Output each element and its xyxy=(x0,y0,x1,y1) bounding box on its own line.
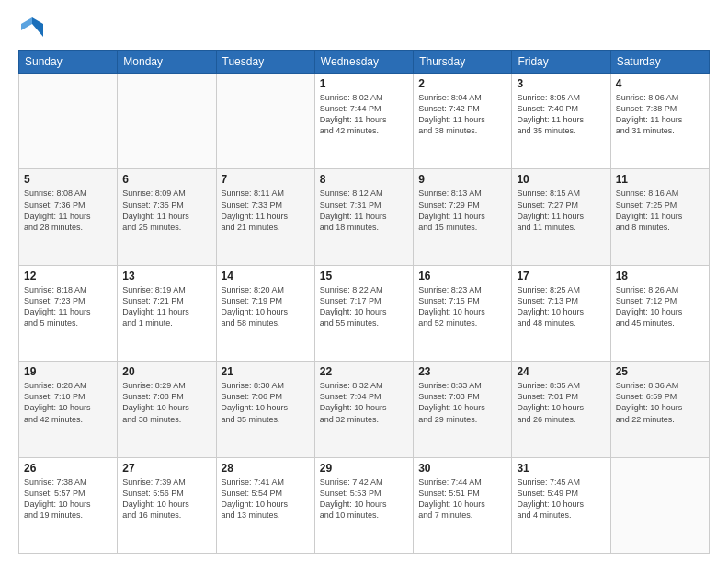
day-info: Sunrise: 8:33 AM Sunset: 7:03 PM Dayligh… xyxy=(418,380,506,425)
day-number: 3 xyxy=(517,77,605,90)
day-info: Sunrise: 8:09 AM Sunset: 7:35 PM Dayligh… xyxy=(122,188,210,233)
calendar-cell: 12Sunrise: 8:18 AM Sunset: 7:23 PM Dayli… xyxy=(19,265,118,361)
calendar-cell: 27Sunrise: 7:39 AM Sunset: 5:56 PM Dayli… xyxy=(118,457,216,553)
col-wednesday: Wednesday xyxy=(314,51,413,74)
day-number: 9 xyxy=(418,173,506,186)
header xyxy=(18,15,710,42)
calendar-cell: 5Sunrise: 8:08 AM Sunset: 7:36 PM Daylig… xyxy=(19,169,118,265)
day-number: 22 xyxy=(320,365,408,378)
day-info: Sunrise: 7:41 AM Sunset: 5:54 PM Dayligh… xyxy=(222,477,310,522)
calendar-cell: 15Sunrise: 8:22 AM Sunset: 7:17 PM Dayli… xyxy=(314,265,413,361)
calendar-cell: 25Sunrise: 8:36 AM Sunset: 6:59 PM Dayli… xyxy=(610,362,709,457)
calendar-week-2: 12Sunrise: 8:18 AM Sunset: 7:23 PM Dayli… xyxy=(19,265,710,361)
day-number: 23 xyxy=(418,365,506,378)
day-number: 25 xyxy=(616,365,704,378)
day-number: 4 xyxy=(616,77,704,90)
day-info: Sunrise: 8:20 AM Sunset: 7:19 PM Dayligh… xyxy=(222,284,310,329)
calendar: Sunday Monday Tuesday Wednesday Thursday… xyxy=(18,50,710,554)
day-info: Sunrise: 8:19 AM Sunset: 7:21 PM Dayligh… xyxy=(122,284,210,329)
calendar-cell: 19Sunrise: 8:28 AM Sunset: 7:10 PM Dayli… xyxy=(19,362,118,457)
calendar-cell: 26Sunrise: 7:38 AM Sunset: 5:57 PM Dayli… xyxy=(19,457,118,553)
col-friday: Friday xyxy=(512,51,610,74)
col-sunday: Sunday xyxy=(19,51,118,74)
day-info: Sunrise: 7:45 AM Sunset: 5:49 PM Dayligh… xyxy=(517,477,605,522)
day-info: Sunrise: 8:05 AM Sunset: 7:40 PM Dayligh… xyxy=(517,92,605,137)
page: Sunday Monday Tuesday Wednesday Thursday… xyxy=(0,0,728,563)
calendar-cell xyxy=(216,74,314,169)
calendar-cell: 31Sunrise: 7:45 AM Sunset: 5:49 PM Dayli… xyxy=(512,457,610,553)
svg-marker-1 xyxy=(21,17,32,30)
day-number: 2 xyxy=(418,77,506,90)
day-info: Sunrise: 7:39 AM Sunset: 5:56 PM Dayligh… xyxy=(122,477,210,522)
logo-icon xyxy=(18,15,46,42)
day-number: 15 xyxy=(320,270,408,282)
day-info: Sunrise: 8:12 AM Sunset: 7:31 PM Dayligh… xyxy=(320,188,408,233)
calendar-cell xyxy=(19,74,118,169)
day-info: Sunrise: 8:06 AM Sunset: 7:38 PM Dayligh… xyxy=(616,92,704,137)
day-info: Sunrise: 8:02 AM Sunset: 7:44 PM Dayligh… xyxy=(320,92,408,137)
day-number: 21 xyxy=(222,365,310,378)
day-number: 18 xyxy=(616,270,704,282)
col-saturday: Saturday xyxy=(610,51,709,74)
calendar-cell: 13Sunrise: 8:19 AM Sunset: 7:21 PM Dayli… xyxy=(118,265,216,361)
calendar-cell: 30Sunrise: 7:44 AM Sunset: 5:51 PM Dayli… xyxy=(414,457,512,553)
calendar-cell: 8Sunrise: 8:12 AM Sunset: 7:31 PM Daylig… xyxy=(314,169,413,265)
day-number: 20 xyxy=(122,365,210,378)
day-number: 26 xyxy=(24,462,112,475)
day-number: 24 xyxy=(517,365,605,378)
day-number: 16 xyxy=(418,270,506,282)
day-info: Sunrise: 8:04 AM Sunset: 7:42 PM Dayligh… xyxy=(418,92,506,137)
calendar-cell: 3Sunrise: 8:05 AM Sunset: 7:40 PM Daylig… xyxy=(512,74,610,169)
calendar-cell: 29Sunrise: 7:42 AM Sunset: 5:53 PM Dayli… xyxy=(314,457,413,553)
day-info: Sunrise: 8:18 AM Sunset: 7:23 PM Dayligh… xyxy=(24,284,112,329)
day-info: Sunrise: 8:26 AM Sunset: 7:12 PM Dayligh… xyxy=(616,284,704,329)
day-number: 8 xyxy=(320,173,408,186)
logo xyxy=(18,15,50,42)
day-info: Sunrise: 8:32 AM Sunset: 7:04 PM Dayligh… xyxy=(320,380,408,425)
col-monday: Monday xyxy=(118,51,216,74)
calendar-cell: 16Sunrise: 8:23 AM Sunset: 7:15 PM Dayli… xyxy=(414,265,512,361)
svg-marker-0 xyxy=(32,17,43,37)
calendar-cell: 2Sunrise: 8:04 AM Sunset: 7:42 PM Daylig… xyxy=(414,74,512,169)
day-info: Sunrise: 8:23 AM Sunset: 7:15 PM Dayligh… xyxy=(418,284,506,329)
day-number: 29 xyxy=(320,462,408,475)
day-info: Sunrise: 8:29 AM Sunset: 7:08 PM Dayligh… xyxy=(122,380,210,425)
calendar-cell xyxy=(118,74,216,169)
day-number: 12 xyxy=(24,270,112,282)
day-info: Sunrise: 7:42 AM Sunset: 5:53 PM Dayligh… xyxy=(320,477,408,522)
header-row: Sunday Monday Tuesday Wednesday Thursday… xyxy=(19,51,710,74)
day-info: Sunrise: 8:11 AM Sunset: 7:33 PM Dayligh… xyxy=(222,188,310,233)
day-info: Sunrise: 8:15 AM Sunset: 7:27 PM Dayligh… xyxy=(517,188,605,233)
day-info: Sunrise: 8:28 AM Sunset: 7:10 PM Dayligh… xyxy=(24,380,112,425)
day-number: 6 xyxy=(122,173,210,186)
day-info: Sunrise: 8:25 AM Sunset: 7:13 PM Dayligh… xyxy=(517,284,605,329)
day-number: 7 xyxy=(222,173,310,186)
day-info: Sunrise: 7:44 AM Sunset: 5:51 PM Dayligh… xyxy=(418,477,506,522)
day-number: 31 xyxy=(517,462,605,475)
calendar-week-0: 1Sunrise: 8:02 AM Sunset: 7:44 PM Daylig… xyxy=(19,74,710,169)
calendar-week-4: 26Sunrise: 7:38 AM Sunset: 5:57 PM Dayli… xyxy=(19,457,710,553)
calendar-cell: 20Sunrise: 8:29 AM Sunset: 7:08 PM Dayli… xyxy=(118,362,216,457)
day-number: 10 xyxy=(517,173,605,186)
calendar-cell: 21Sunrise: 8:30 AM Sunset: 7:06 PM Dayli… xyxy=(216,362,314,457)
day-info: Sunrise: 8:36 AM Sunset: 6:59 PM Dayligh… xyxy=(616,380,704,425)
day-number: 14 xyxy=(222,270,310,282)
calendar-week-1: 5Sunrise: 8:08 AM Sunset: 7:36 PM Daylig… xyxy=(19,169,710,265)
col-tuesday: Tuesday xyxy=(216,51,314,74)
day-number: 1 xyxy=(320,77,408,90)
calendar-cell: 14Sunrise: 8:20 AM Sunset: 7:19 PM Dayli… xyxy=(216,265,314,361)
day-info: Sunrise: 8:30 AM Sunset: 7:06 PM Dayligh… xyxy=(222,380,310,425)
calendar-cell: 7Sunrise: 8:11 AM Sunset: 7:33 PM Daylig… xyxy=(216,169,314,265)
day-number: 19 xyxy=(24,365,112,378)
calendar-cell: 28Sunrise: 7:41 AM Sunset: 5:54 PM Dayli… xyxy=(216,457,314,553)
day-info: Sunrise: 8:13 AM Sunset: 7:29 PM Dayligh… xyxy=(418,188,506,233)
calendar-cell: 23Sunrise: 8:33 AM Sunset: 7:03 PM Dayli… xyxy=(414,362,512,457)
day-info: Sunrise: 8:35 AM Sunset: 7:01 PM Dayligh… xyxy=(517,380,605,425)
day-number: 13 xyxy=(122,270,210,282)
calendar-cell xyxy=(610,457,709,553)
day-number: 30 xyxy=(418,462,506,475)
calendar-cell: 22Sunrise: 8:32 AM Sunset: 7:04 PM Dayli… xyxy=(314,362,413,457)
day-number: 11 xyxy=(616,173,704,186)
calendar-cell: 10Sunrise: 8:15 AM Sunset: 7:27 PM Dayli… xyxy=(512,169,610,265)
calendar-cell: 4Sunrise: 8:06 AM Sunset: 7:38 PM Daylig… xyxy=(610,74,709,169)
